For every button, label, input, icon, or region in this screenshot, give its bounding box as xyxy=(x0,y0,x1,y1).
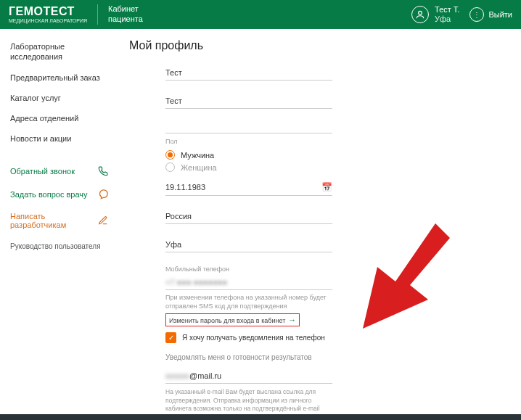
notify-results-label: Уведомлять меня о готовности результатов xyxy=(165,349,332,368)
country-input[interactable]: Россия xyxy=(165,209,332,224)
page-title: Мой профиль xyxy=(129,39,508,52)
patronymic-input[interactable] xyxy=(165,122,332,133)
gender-female-radio[interactable]: Женщина xyxy=(165,161,332,173)
avatar-icon xyxy=(411,6,429,23)
email-hint: На указанный e-mail Вам будет выслана сс… xyxy=(165,388,332,413)
checkbox-checked-icon: ✓ xyxy=(165,332,176,343)
city-input[interactable]: Уфа xyxy=(165,237,332,252)
user-menu[interactable]: Тест Т. Уфа xyxy=(411,5,459,24)
footer-bar xyxy=(0,414,521,420)
gender-male-radio[interactable]: Мужчина xyxy=(165,149,332,161)
phone-icon xyxy=(97,165,109,177)
firstname-input[interactable]: Тест xyxy=(165,65,332,81)
phone-label: Мобильный телефон xyxy=(165,265,332,273)
sidebar-item-addresses[interactable]: Адреса отделений xyxy=(10,108,116,128)
arrow-right-icon: → xyxy=(288,316,296,324)
svg-marker-1 xyxy=(363,223,450,329)
gender-label: Пол xyxy=(165,138,332,145)
notify-phone-checkbox[interactable]: ✓ Я хочу получать уведомления на телефон xyxy=(165,326,332,349)
app-header: ГЕМОТЕСТ МЕДИЦИНСКАЯ ЛАБОРАТОРИЯ Кабинет… xyxy=(0,0,521,29)
edit-icon xyxy=(98,215,109,226)
user-manual-link[interactable]: Руководство пользователя xyxy=(10,235,116,250)
cabinet-label: Кабинет пациента xyxy=(108,4,143,25)
logo[interactable]: ГЕМОТЕСТ МЕДИЦИНСКАЯ ЛАБОРАТОРИЯ xyxy=(9,6,87,23)
dob-input[interactable]: 19.11.1983 📅 xyxy=(165,179,332,196)
change-password-link[interactable]: Изменить пароль для входа в кабинет→ xyxy=(165,313,300,326)
email-input[interactable]: xxxxxx@mail.ru xyxy=(165,368,332,384)
annotation-arrow xyxy=(356,223,450,332)
sidebar-item-lab-tests[interactable]: Лабораторные исследования xyxy=(10,36,116,67)
phone-hint: При изменении телефона на указанный номе… xyxy=(165,293,332,310)
sidebar-item-news[interactable]: Новости и акции xyxy=(10,128,116,149)
sidebar: Лабораторные исследования Предварительны… xyxy=(0,29,116,420)
logout-icon: ⋮ xyxy=(469,7,484,22)
sidebar-item-catalog[interactable]: Каталог услуг xyxy=(10,88,116,108)
lastname-input[interactable]: Тест xyxy=(165,94,332,109)
user-city: Уфа xyxy=(435,15,459,24)
logo-subtitle: МЕДИЦИНСКАЯ ЛАБОРАТОРИЯ xyxy=(9,18,87,23)
calendar-icon: 📅 xyxy=(321,182,332,192)
gender-radio-group: Мужчина Женщина xyxy=(165,147,332,179)
header-divider xyxy=(97,4,98,25)
logo-text: ГЕМОТЕСТ xyxy=(9,6,87,17)
write-devs-button[interactable]: Написать разработчикам xyxy=(10,206,116,235)
logout-button[interactable]: ⋮ Выйти xyxy=(469,7,512,22)
chat-doctor-icon xyxy=(97,189,109,200)
phone-input[interactable]: +7 ●●● ●●●●●●● xyxy=(165,275,332,290)
main-content: Мой профиль Тест Тест Пол Мужчина Женщин… xyxy=(116,29,521,420)
svg-point-0 xyxy=(419,11,422,15)
sidebar-item-preorder[interactable]: Предварительный заказ xyxy=(10,67,116,88)
callback-button[interactable]: Обратный звонок xyxy=(10,160,116,183)
ask-doctor-button[interactable]: Задать вопрос врачу xyxy=(10,183,116,206)
user-name: Тест Т. xyxy=(435,5,459,15)
